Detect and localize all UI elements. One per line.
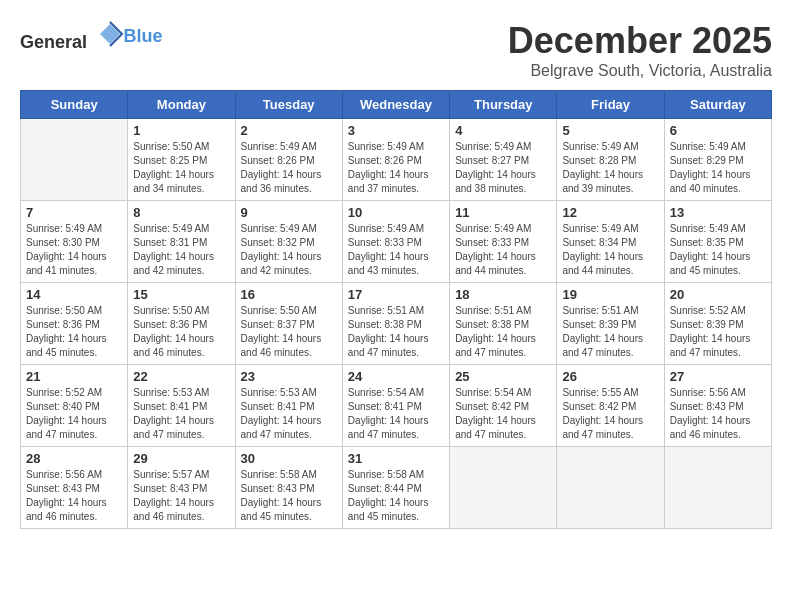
day-number: 18 (455, 287, 551, 302)
calendar-cell: 28Sunrise: 5:56 AM Sunset: 8:43 PM Dayli… (21, 447, 128, 529)
calendar-week-row: 1Sunrise: 5:50 AM Sunset: 8:25 PM Daylig… (21, 119, 772, 201)
day-info: Sunrise: 5:54 AM Sunset: 8:42 PM Dayligh… (455, 386, 551, 442)
calendar-cell: 11Sunrise: 5:49 AM Sunset: 8:33 PM Dayli… (450, 201, 557, 283)
calendar-header: SundayMondayTuesdayWednesdayThursdayFrid… (21, 91, 772, 119)
day-number: 30 (241, 451, 337, 466)
day-number: 29 (133, 451, 229, 466)
calendar-cell: 14Sunrise: 5:50 AM Sunset: 8:36 PM Dayli… (21, 283, 128, 365)
calendar-cell: 16Sunrise: 5:50 AM Sunset: 8:37 PM Dayli… (235, 283, 342, 365)
day-info: Sunrise: 5:55 AM Sunset: 8:42 PM Dayligh… (562, 386, 658, 442)
title-area: December 2025 Belgrave South, Victoria, … (508, 20, 772, 80)
day-number: 4 (455, 123, 551, 138)
weekday-header: Monday (128, 91, 235, 119)
day-info: Sunrise: 5:49 AM Sunset: 8:32 PM Dayligh… (241, 222, 337, 278)
day-number: 27 (670, 369, 766, 384)
day-number: 8 (133, 205, 229, 220)
calendar-cell: 20Sunrise: 5:52 AM Sunset: 8:39 PM Dayli… (664, 283, 771, 365)
calendar-cell: 8Sunrise: 5:49 AM Sunset: 8:31 PM Daylig… (128, 201, 235, 283)
calendar-cell: 29Sunrise: 5:57 AM Sunset: 8:43 PM Dayli… (128, 447, 235, 529)
calendar-cell: 31Sunrise: 5:58 AM Sunset: 8:44 PM Dayli… (342, 447, 449, 529)
day-info: Sunrise: 5:56 AM Sunset: 8:43 PM Dayligh… (670, 386, 766, 442)
day-info: Sunrise: 5:49 AM Sunset: 8:30 PM Dayligh… (26, 222, 122, 278)
weekday-header: Wednesday (342, 91, 449, 119)
calendar-cell: 3Sunrise: 5:49 AM Sunset: 8:26 PM Daylig… (342, 119, 449, 201)
calendar-cell: 18Sunrise: 5:51 AM Sunset: 8:38 PM Dayli… (450, 283, 557, 365)
day-number: 12 (562, 205, 658, 220)
calendar-cell: 19Sunrise: 5:51 AM Sunset: 8:39 PM Dayli… (557, 283, 664, 365)
calendar-cell: 9Sunrise: 5:49 AM Sunset: 8:32 PM Daylig… (235, 201, 342, 283)
day-info: Sunrise: 5:51 AM Sunset: 8:39 PM Dayligh… (562, 304, 658, 360)
day-number: 25 (455, 369, 551, 384)
calendar-cell (664, 447, 771, 529)
day-number: 1 (133, 123, 229, 138)
calendar-cell (21, 119, 128, 201)
day-number: 24 (348, 369, 444, 384)
day-number: 6 (670, 123, 766, 138)
day-number: 17 (348, 287, 444, 302)
calendar-cell: 30Sunrise: 5:58 AM Sunset: 8:43 PM Dayli… (235, 447, 342, 529)
day-number: 28 (26, 451, 122, 466)
weekday-header: Tuesday (235, 91, 342, 119)
calendar-cell: 13Sunrise: 5:49 AM Sunset: 8:35 PM Dayli… (664, 201, 771, 283)
day-info: Sunrise: 5:49 AM Sunset: 8:26 PM Dayligh… (241, 140, 337, 196)
calendar-cell: 17Sunrise: 5:51 AM Sunset: 8:38 PM Dayli… (342, 283, 449, 365)
day-info: Sunrise: 5:57 AM Sunset: 8:43 PM Dayligh… (133, 468, 229, 524)
day-info: Sunrise: 5:50 AM Sunset: 8:25 PM Dayligh… (133, 140, 229, 196)
day-info: Sunrise: 5:56 AM Sunset: 8:43 PM Dayligh… (26, 468, 122, 524)
weekday-row: SundayMondayTuesdayWednesdayThursdayFrid… (21, 91, 772, 119)
day-number: 22 (133, 369, 229, 384)
logo-general: General (20, 32, 87, 52)
day-info: Sunrise: 5:49 AM Sunset: 8:34 PM Dayligh… (562, 222, 658, 278)
day-info: Sunrise: 5:53 AM Sunset: 8:41 PM Dayligh… (133, 386, 229, 442)
calendar-cell: 7Sunrise: 5:49 AM Sunset: 8:30 PM Daylig… (21, 201, 128, 283)
weekday-header: Sunday (21, 91, 128, 119)
day-number: 7 (26, 205, 122, 220)
day-number: 19 (562, 287, 658, 302)
weekday-header: Saturday (664, 91, 771, 119)
calendar-cell: 5Sunrise: 5:49 AM Sunset: 8:28 PM Daylig… (557, 119, 664, 201)
calendar-week-row: 14Sunrise: 5:50 AM Sunset: 8:36 PM Dayli… (21, 283, 772, 365)
day-number: 16 (241, 287, 337, 302)
day-number: 11 (455, 205, 551, 220)
weekday-header: Thursday (450, 91, 557, 119)
day-info: Sunrise: 5:52 AM Sunset: 8:39 PM Dayligh… (670, 304, 766, 360)
day-info: Sunrise: 5:49 AM Sunset: 8:33 PM Dayligh… (348, 222, 444, 278)
calendar-subtitle: Belgrave South, Victoria, Australia (508, 62, 772, 80)
calendar-cell: 21Sunrise: 5:52 AM Sunset: 8:40 PM Dayli… (21, 365, 128, 447)
calendar-week-row: 7Sunrise: 5:49 AM Sunset: 8:30 PM Daylig… (21, 201, 772, 283)
day-info: Sunrise: 5:51 AM Sunset: 8:38 PM Dayligh… (455, 304, 551, 360)
calendar-cell: 4Sunrise: 5:49 AM Sunset: 8:27 PM Daylig… (450, 119, 557, 201)
logo-blue: Blue (124, 26, 163, 46)
calendar-table: SundayMondayTuesdayWednesdayThursdayFrid… (20, 90, 772, 529)
calendar-title: December 2025 (508, 20, 772, 62)
day-info: Sunrise: 5:49 AM Sunset: 8:27 PM Dayligh… (455, 140, 551, 196)
calendar-cell: 24Sunrise: 5:54 AM Sunset: 8:41 PM Dayli… (342, 365, 449, 447)
day-info: Sunrise: 5:58 AM Sunset: 8:44 PM Dayligh… (348, 468, 444, 524)
day-number: 2 (241, 123, 337, 138)
day-number: 3 (348, 123, 444, 138)
calendar-cell (450, 447, 557, 529)
day-number: 5 (562, 123, 658, 138)
calendar-cell (557, 447, 664, 529)
day-info: Sunrise: 5:51 AM Sunset: 8:38 PM Dayligh… (348, 304, 444, 360)
day-number: 31 (348, 451, 444, 466)
day-info: Sunrise: 5:53 AM Sunset: 8:41 PM Dayligh… (241, 386, 337, 442)
logo: General Blue (20, 20, 163, 53)
calendar-cell: 27Sunrise: 5:56 AM Sunset: 8:43 PM Dayli… (664, 365, 771, 447)
calendar-cell: 10Sunrise: 5:49 AM Sunset: 8:33 PM Dayli… (342, 201, 449, 283)
weekday-header: Friday (557, 91, 664, 119)
day-info: Sunrise: 5:49 AM Sunset: 8:28 PM Dayligh… (562, 140, 658, 196)
calendar-week-row: 21Sunrise: 5:52 AM Sunset: 8:40 PM Dayli… (21, 365, 772, 447)
calendar-cell: 2Sunrise: 5:49 AM Sunset: 8:26 PM Daylig… (235, 119, 342, 201)
day-info: Sunrise: 5:49 AM Sunset: 8:33 PM Dayligh… (455, 222, 551, 278)
day-info: Sunrise: 5:50 AM Sunset: 8:36 PM Dayligh… (133, 304, 229, 360)
day-number: 10 (348, 205, 444, 220)
day-number: 21 (26, 369, 122, 384)
day-info: Sunrise: 5:50 AM Sunset: 8:37 PM Dayligh… (241, 304, 337, 360)
day-info: Sunrise: 5:49 AM Sunset: 8:35 PM Dayligh… (670, 222, 766, 278)
day-info: Sunrise: 5:49 AM Sunset: 8:29 PM Dayligh… (670, 140, 766, 196)
day-info: Sunrise: 5:50 AM Sunset: 8:36 PM Dayligh… (26, 304, 122, 360)
day-number: 15 (133, 287, 229, 302)
calendar-cell: 6Sunrise: 5:49 AM Sunset: 8:29 PM Daylig… (664, 119, 771, 201)
day-number: 13 (670, 205, 766, 220)
